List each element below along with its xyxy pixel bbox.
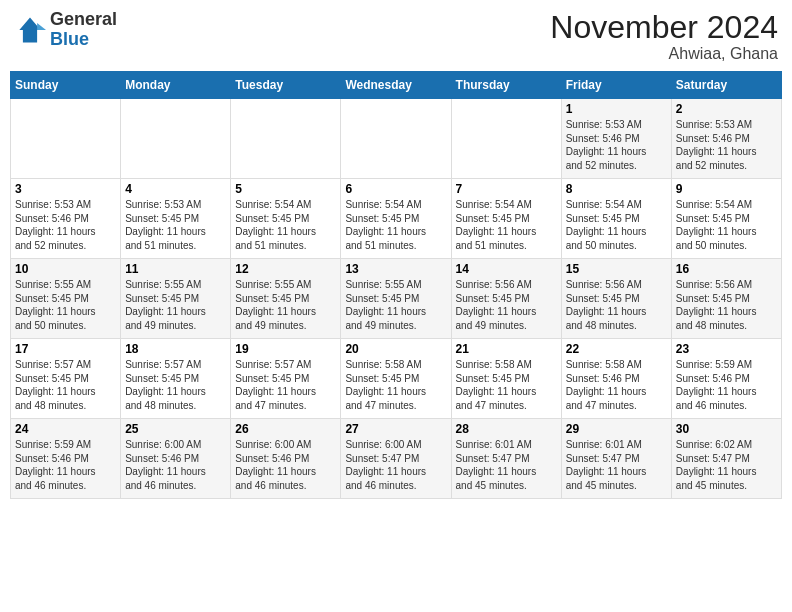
calendar-cell: 27Sunrise: 6:00 AM Sunset: 5:47 PM Dayli… <box>341 419 451 499</box>
calendar-cell: 7Sunrise: 5:54 AM Sunset: 5:45 PM Daylig… <box>451 179 561 259</box>
day-info: Sunrise: 5:57 AM Sunset: 5:45 PM Dayligh… <box>15 358 116 412</box>
calendar-cell: 3Sunrise: 5:53 AM Sunset: 5:46 PM Daylig… <box>11 179 121 259</box>
calendar-cell: 6Sunrise: 5:54 AM Sunset: 5:45 PM Daylig… <box>341 179 451 259</box>
day-info: Sunrise: 5:54 AM Sunset: 5:45 PM Dayligh… <box>345 198 446 252</box>
day-number: 12 <box>235 262 336 276</box>
day-info: Sunrise: 5:55 AM Sunset: 5:45 PM Dayligh… <box>15 278 116 332</box>
calendar-row: 17Sunrise: 5:57 AM Sunset: 5:45 PM Dayli… <box>11 339 782 419</box>
calendar-cell <box>11 99 121 179</box>
day-number: 20 <box>345 342 446 356</box>
day-info: Sunrise: 6:01 AM Sunset: 5:47 PM Dayligh… <box>456 438 557 492</box>
day-info: Sunrise: 5:57 AM Sunset: 5:45 PM Dayligh… <box>125 358 226 412</box>
calendar-cell: 13Sunrise: 5:55 AM Sunset: 5:45 PM Dayli… <box>341 259 451 339</box>
day-info: Sunrise: 5:55 AM Sunset: 5:45 PM Dayligh… <box>235 278 336 332</box>
day-number: 9 <box>676 182 777 196</box>
calendar-header: SundayMondayTuesdayWednesdayThursdayFrid… <box>11 72 782 99</box>
day-info: Sunrise: 5:57 AM Sunset: 5:45 PM Dayligh… <box>235 358 336 412</box>
header-cell-tuesday: Tuesday <box>231 72 341 99</box>
day-info: Sunrise: 5:56 AM Sunset: 5:45 PM Dayligh… <box>456 278 557 332</box>
calendar-cell: 4Sunrise: 5:53 AM Sunset: 5:45 PM Daylig… <box>121 179 231 259</box>
calendar-cell: 14Sunrise: 5:56 AM Sunset: 5:45 PM Dayli… <box>451 259 561 339</box>
header-cell-thursday: Thursday <box>451 72 561 99</box>
day-info: Sunrise: 6:00 AM Sunset: 5:46 PM Dayligh… <box>235 438 336 492</box>
day-info: Sunrise: 5:54 AM Sunset: 5:45 PM Dayligh… <box>456 198 557 252</box>
day-number: 15 <box>566 262 667 276</box>
day-info: Sunrise: 5:56 AM Sunset: 5:45 PM Dayligh… <box>676 278 777 332</box>
calendar-row: 24Sunrise: 5:59 AM Sunset: 5:46 PM Dayli… <box>11 419 782 499</box>
calendar-cell: 23Sunrise: 5:59 AM Sunset: 5:46 PM Dayli… <box>671 339 781 419</box>
day-info: Sunrise: 5:55 AM Sunset: 5:45 PM Dayligh… <box>125 278 226 332</box>
calendar-cell: 1Sunrise: 5:53 AM Sunset: 5:46 PM Daylig… <box>561 99 671 179</box>
day-number: 14 <box>456 262 557 276</box>
calendar-cell: 8Sunrise: 5:54 AM Sunset: 5:45 PM Daylig… <box>561 179 671 259</box>
day-number: 13 <box>345 262 446 276</box>
day-number: 17 <box>15 342 116 356</box>
day-info: Sunrise: 5:54 AM Sunset: 5:45 PM Dayligh… <box>235 198 336 252</box>
day-number: 10 <box>15 262 116 276</box>
header-cell-monday: Monday <box>121 72 231 99</box>
calendar-cell: 26Sunrise: 6:00 AM Sunset: 5:46 PM Dayli… <box>231 419 341 499</box>
logo: General Blue <box>14 10 117 50</box>
day-number: 30 <box>676 422 777 436</box>
calendar-cell: 12Sunrise: 5:55 AM Sunset: 5:45 PM Dayli… <box>231 259 341 339</box>
day-number: 11 <box>125 262 226 276</box>
calendar-subtitle: Ahwiaa, Ghana <box>550 45 778 63</box>
calendar-cell: 18Sunrise: 5:57 AM Sunset: 5:45 PM Dayli… <box>121 339 231 419</box>
calendar-cell: 22Sunrise: 5:58 AM Sunset: 5:46 PM Dayli… <box>561 339 671 419</box>
day-number: 8 <box>566 182 667 196</box>
day-number: 1 <box>566 102 667 116</box>
day-number: 27 <box>345 422 446 436</box>
calendar-cell: 20Sunrise: 5:58 AM Sunset: 5:45 PM Dayli… <box>341 339 451 419</box>
calendar-row: 3Sunrise: 5:53 AM Sunset: 5:46 PM Daylig… <box>11 179 782 259</box>
calendar-cell: 15Sunrise: 5:56 AM Sunset: 5:45 PM Dayli… <box>561 259 671 339</box>
day-number: 6 <box>345 182 446 196</box>
day-info: Sunrise: 5:54 AM Sunset: 5:45 PM Dayligh… <box>676 198 777 252</box>
calendar-cell: 11Sunrise: 5:55 AM Sunset: 5:45 PM Dayli… <box>121 259 231 339</box>
calendar-cell: 30Sunrise: 6:02 AM Sunset: 5:47 PM Dayli… <box>671 419 781 499</box>
header-row: SundayMondayTuesdayWednesdayThursdayFrid… <box>11 72 782 99</box>
calendar-cell: 25Sunrise: 6:00 AM Sunset: 5:46 PM Dayli… <box>121 419 231 499</box>
day-info: Sunrise: 5:58 AM Sunset: 5:45 PM Dayligh… <box>345 358 446 412</box>
logo-general: General <box>50 10 117 30</box>
svg-marker-1 <box>37 23 46 30</box>
header-cell-wednesday: Wednesday <box>341 72 451 99</box>
calendar-cell: 2Sunrise: 5:53 AM Sunset: 5:46 PM Daylig… <box>671 99 781 179</box>
logo-text: General Blue <box>50 10 117 50</box>
calendar-cell <box>451 99 561 179</box>
day-info: Sunrise: 5:53 AM Sunset: 5:46 PM Dayligh… <box>676 118 777 172</box>
day-info: Sunrise: 5:55 AM Sunset: 5:45 PM Dayligh… <box>345 278 446 332</box>
day-number: 22 <box>566 342 667 356</box>
day-info: Sunrise: 5:58 AM Sunset: 5:45 PM Dayligh… <box>456 358 557 412</box>
day-info: Sunrise: 6:01 AM Sunset: 5:47 PM Dayligh… <box>566 438 667 492</box>
day-info: Sunrise: 6:00 AM Sunset: 5:46 PM Dayligh… <box>125 438 226 492</box>
day-info: Sunrise: 5:54 AM Sunset: 5:45 PM Dayligh… <box>566 198 667 252</box>
day-number: 5 <box>235 182 336 196</box>
day-number: 25 <box>125 422 226 436</box>
day-number: 26 <box>235 422 336 436</box>
calendar-cell: 17Sunrise: 5:57 AM Sunset: 5:45 PM Dayli… <box>11 339 121 419</box>
calendar-body: 1Sunrise: 5:53 AM Sunset: 5:46 PM Daylig… <box>11 99 782 499</box>
logo-icon <box>14 14 46 46</box>
day-info: Sunrise: 5:53 AM Sunset: 5:45 PM Dayligh… <box>125 198 226 252</box>
calendar-row: 10Sunrise: 5:55 AM Sunset: 5:45 PM Dayli… <box>11 259 782 339</box>
day-number: 4 <box>125 182 226 196</box>
day-number: 19 <box>235 342 336 356</box>
day-number: 18 <box>125 342 226 356</box>
title-block: November 2024 Ahwiaa, Ghana <box>550 10 778 63</box>
calendar-cell: 10Sunrise: 5:55 AM Sunset: 5:45 PM Dayli… <box>11 259 121 339</box>
page-header: General Blue November 2024 Ahwiaa, Ghana <box>10 10 782 63</box>
day-number: 16 <box>676 262 777 276</box>
logo-blue: Blue <box>50 30 117 50</box>
calendar-cell: 24Sunrise: 5:59 AM Sunset: 5:46 PM Dayli… <box>11 419 121 499</box>
day-info: Sunrise: 5:59 AM Sunset: 5:46 PM Dayligh… <box>15 438 116 492</box>
day-number: 23 <box>676 342 777 356</box>
day-info: Sunrise: 6:02 AM Sunset: 5:47 PM Dayligh… <box>676 438 777 492</box>
day-info: Sunrise: 5:53 AM Sunset: 5:46 PM Dayligh… <box>15 198 116 252</box>
day-number: 21 <box>456 342 557 356</box>
header-cell-friday: Friday <box>561 72 671 99</box>
calendar-cell <box>341 99 451 179</box>
day-number: 28 <box>456 422 557 436</box>
calendar-cell: 9Sunrise: 5:54 AM Sunset: 5:45 PM Daylig… <box>671 179 781 259</box>
calendar-cell: 19Sunrise: 5:57 AM Sunset: 5:45 PM Dayli… <box>231 339 341 419</box>
day-info: Sunrise: 5:59 AM Sunset: 5:46 PM Dayligh… <box>676 358 777 412</box>
